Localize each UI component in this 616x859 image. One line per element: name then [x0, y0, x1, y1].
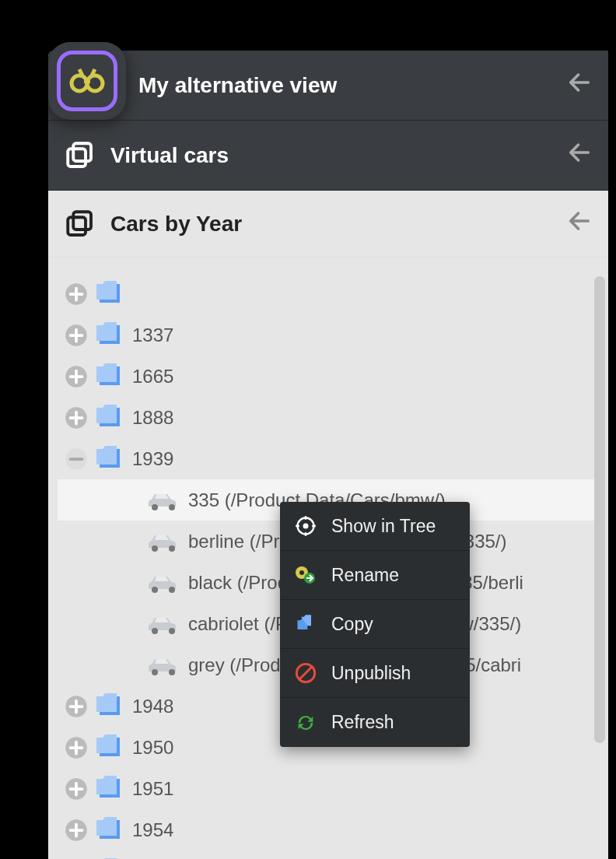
tree-folder-row[interactable]: 1954 [58, 809, 600, 850]
expand-icon[interactable] [64, 694, 89, 719]
car-icon [145, 651, 182, 679]
arrow-left-icon[interactable] [566, 69, 593, 101]
expand-icon[interactable] [64, 364, 89, 389]
arrow-left-icon[interactable] [566, 208, 593, 240]
folder-icon [95, 692, 126, 721]
expand-icon[interactable] [64, 818, 89, 843]
menu-copy[interactable]: Copy [280, 600, 470, 649]
car-icon [145, 610, 182, 638]
expand-icon[interactable] [64, 735, 89, 760]
menu-unpublish[interactable]: Unpublish [280, 649, 470, 698]
collapse-icon[interactable] [64, 447, 89, 472]
svg-point-20 [152, 669, 158, 675]
car-icon [145, 486, 182, 514]
tree-label: 1951 [132, 778, 600, 800]
tree-label: 1888 [132, 407, 600, 429]
tree-folder-row[interactable]: 1337 [58, 314, 600, 356]
folder-icon [95, 445, 126, 473]
folder-icon [95, 321, 126, 349]
tree-folder-row[interactable]: 1939 [58, 438, 600, 479]
menu-label: Copy [331, 614, 373, 635]
menu-label: Refresh [331, 712, 394, 733]
svg-rect-3 [73, 143, 91, 161]
svg-point-15 [169, 545, 175, 552]
tree-label: 1337 [132, 324, 600, 346]
copy-icon [294, 612, 317, 636]
tree-folder-row[interactable]: 1888 [58, 397, 600, 438]
header-title: My alternative view [138, 73, 337, 98]
menu-show-in-tree[interactable]: Show in Tree [280, 502, 470, 551]
svg-point-28 [303, 524, 309, 529]
menu-rename[interactable]: Rename [280, 551, 470, 600]
expand-icon[interactable] [64, 282, 89, 307]
binoculars-icon [68, 65, 106, 97]
tree-label: 1939 [132, 448, 600, 470]
header-alt-view[interactable]: My alternative view [48, 51, 608, 121]
rename-icon [294, 563, 317, 587]
car-icon [145, 528, 182, 556]
tree-label: 1665 [132, 366, 600, 387]
svg-point-14 [152, 545, 158, 552]
header-cars-by-year[interactable]: Cars by Year [48, 191, 608, 258]
svg-point-30 [299, 570, 304, 575]
svg-rect-4 [68, 149, 86, 167]
expand-icon[interactable] [64, 323, 89, 348]
unpublish-icon [294, 661, 317, 685]
scrollbar[interactable] [594, 276, 605, 743]
svg-rect-6 [68, 217, 86, 235]
expand-icon[interactable] [64, 405, 89, 430]
svg-rect-2 [84, 80, 90, 83]
folder-icon [95, 280, 126, 308]
car-icon [145, 569, 182, 597]
folder-icon [95, 734, 126, 762]
refresh-icon [294, 711, 317, 735]
svg-point-18 [152, 628, 158, 634]
arrow-left-icon[interactable] [566, 139, 593, 171]
tree-label: 1954 [132, 819, 600, 841]
menu-label: Show in Tree [331, 516, 436, 537]
folder-icon [95, 363, 126, 391]
context-menu: Show in Tree Rename Copy U [280, 502, 470, 747]
header-virtual-cars[interactable]: Virtual cars [48, 121, 608, 191]
folder-icon [95, 816, 126, 844]
tree-folder-row[interactable]: 1665 [58, 356, 600, 397]
tree-folder-row[interactable]: 1955 [58, 850, 600, 859]
target-icon [294, 514, 317, 538]
header-title: Virtual cars [110, 143, 229, 168]
svg-point-17 [169, 587, 175, 593]
folder-icon [95, 775, 126, 803]
svg-rect-5 [73, 212, 91, 230]
svg-point-16 [152, 587, 158, 593]
stack-icon [64, 208, 96, 240]
stack-icon [64, 139, 96, 172]
tree-folder-row[interactable] [58, 273, 600, 314]
folder-icon [95, 404, 126, 432]
header-title: Cars by Year [110, 212, 242, 237]
menu-label: Unpublish [331, 663, 411, 684]
view-selector-badge[interactable] [48, 42, 126, 120]
menu-label: Rename [331, 565, 399, 586]
svg-point-19 [169, 628, 175, 634]
expand-icon[interactable] [64, 777, 89, 801]
svg-point-12 [152, 504, 158, 510]
svg-point-21 [169, 669, 175, 675]
svg-line-33 [299, 667, 312, 679]
tree-folder-row[interactable]: 1951 [58, 768, 600, 809]
menu-refresh[interactable]: Refresh [280, 698, 470, 747]
svg-point-13 [169, 504, 175, 510]
